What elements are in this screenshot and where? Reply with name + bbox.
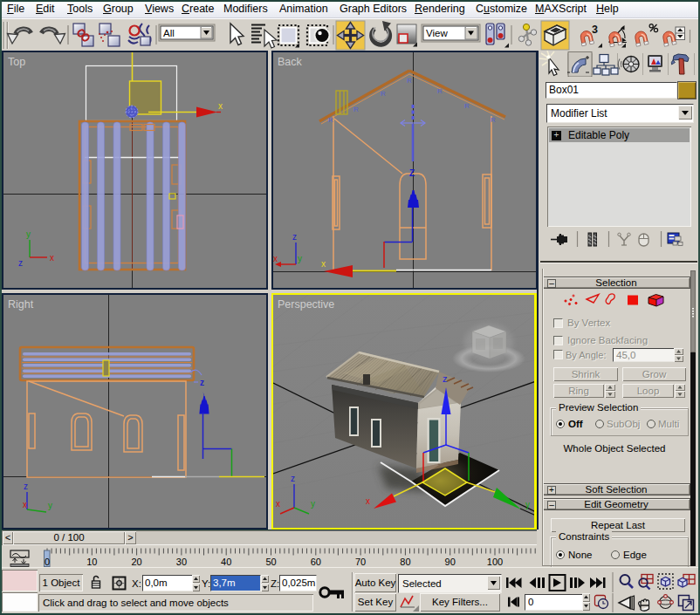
svg-text:z: z (292, 232, 297, 242)
svg-text:y: y (298, 254, 302, 263)
svg-text:R: R (328, 116, 333, 124)
svg-text:z: z (200, 378, 204, 387)
svg-text:60: 60 (311, 557, 321, 567)
svg-text:z: z (443, 373, 448, 384)
svg-text:z: z (291, 474, 295, 483)
svg-text:z: z (24, 482, 28, 491)
svg-text:3: 3 (592, 24, 598, 36)
svg-text:R: R (491, 116, 496, 124)
svg-text:R: R (381, 90, 386, 98)
svg-text:x: x (218, 101, 223, 111)
svg-text:R: R (407, 77, 412, 85)
svg-text:50: 50 (265, 557, 276, 567)
svg-text:R: R (437, 87, 443, 95)
svg-text:y: y (48, 501, 52, 510)
svg-text:40: 40 (221, 557, 231, 567)
svg-text:Back: Back (278, 56, 303, 68)
svg-text:x: x (276, 499, 280, 509)
svg-text:y: y (525, 500, 530, 509)
svg-text:70: 70 (355, 557, 366, 567)
svg-text:R: R (464, 102, 470, 110)
svg-text:100: 100 (487, 557, 503, 567)
svg-text:x: x (273, 254, 278, 263)
svg-text:80: 80 (400, 557, 410, 567)
svg-text:y: y (26, 229, 31, 239)
svg-text:View: View (426, 28, 448, 38)
svg-text:All: All (163, 28, 175, 38)
svg-text:10: 10 (86, 557, 97, 567)
svg-text:x: x (366, 496, 370, 506)
svg-text:Perspective: Perspective (278, 298, 334, 311)
svg-text:x: x (23, 500, 27, 509)
svg-text:Right: Right (8, 298, 34, 311)
svg-text:20: 20 (131, 557, 141, 567)
svg-text:x: x (321, 259, 326, 269)
svg-text:Top: Top (8, 56, 25, 68)
svg-text:Z: Z (409, 168, 415, 178)
svg-text:30: 30 (176, 557, 187, 567)
svg-text:x: x (50, 253, 54, 263)
svg-text:z: z (18, 258, 23, 268)
svg-text:R: R (353, 106, 359, 113)
svg-text:90: 90 (445, 557, 456, 567)
svg-text:y: y (311, 499, 315, 509)
svg-text:0: 0 (45, 557, 50, 567)
